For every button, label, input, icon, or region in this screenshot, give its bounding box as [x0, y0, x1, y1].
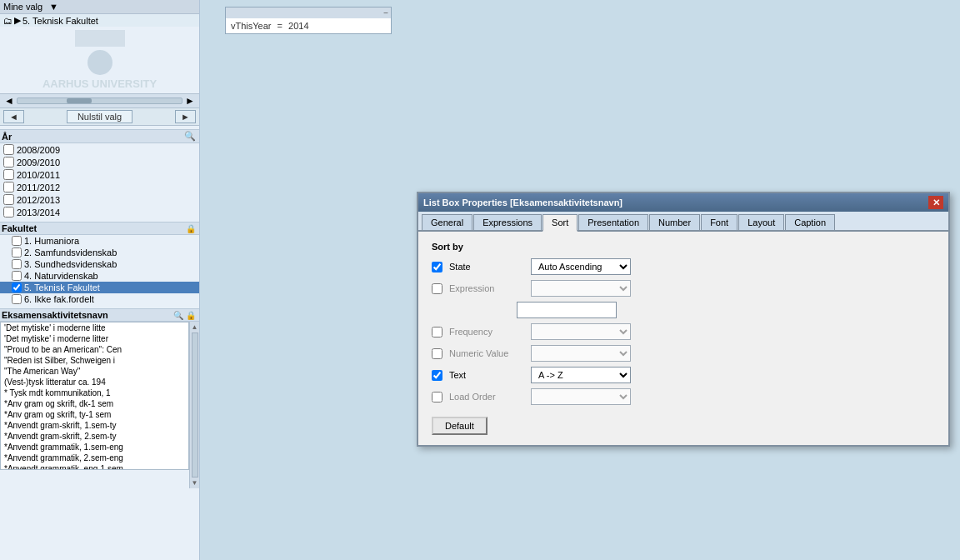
filter-value: 2014	[288, 21, 308, 31]
eksamen-item-8[interactable]: *Anv gram og skrift, ty-1 sem	[1, 409, 188, 420]
eksamen-scroll-down[interactable]: ▼	[192, 479, 198, 487]
eksamen-item-4[interactable]: "The American Way"	[1, 366, 188, 377]
scroll-right-icon[interactable]: ►	[182, 95, 198, 107]
frequency-dropdown-group	[531, 323, 631, 340]
eksamen-item-7[interactable]: *Anv gram og skrift, dk-1 sem	[1, 398, 188, 409]
default-button[interactable]: Default	[432, 417, 488, 435]
fakultet-checkbox-5[interactable]	[12, 294, 22, 304]
dialog-body: Sort by State Auto Ascending Auto Descen…	[418, 232, 948, 445]
tab-number[interactable]: Number	[649, 214, 700, 230]
dialog-titlebar: List Box Properties [Eksamensaktivitetsn…	[418, 193, 948, 212]
numeric-dropdown[interactable]	[531, 345, 631, 362]
fakultet-lock-icon[interactable]: 🔒	[186, 224, 196, 233]
filter-box: − vThisYear = 2014	[225, 7, 392, 34]
eksamen-item-2[interactable]: "Proud to be an American": Cen	[1, 344, 188, 355]
aar-search-icon[interactable]: 🔍	[184, 131, 196, 142]
eksamen-lock-icon[interactable]: 🔒	[186, 311, 196, 320]
nav-left-button[interactable]: ◄	[3, 110, 24, 123]
nav-right-button[interactable]: ►	[175, 110, 196, 123]
fakultet-checkbox-2[interactable]	[12, 259, 22, 269]
scroll-left-icon[interactable]: ◄	[2, 95, 17, 107]
eksamen-item-12[interactable]: *Anvendt grammatik, 2.sem-eng	[1, 452, 188, 463]
eksamen-item-10[interactable]: *Anvendt gram-skrift, 2.sem-ty	[1, 431, 188, 442]
eksamen-item-3[interactable]: "Reden ist Silber, Schweigen i	[1, 355, 188, 366]
load-order-dropdown[interactable]	[531, 388, 631, 405]
eksamen-scrollbar[interactable]: ▲ ▼	[189, 322, 199, 488]
eksamen-item-9[interactable]: *Anvendt gram-skrift, 1.sem-ty	[1, 420, 188, 431]
fakultet-checkbox-0[interactable]	[12, 236, 22, 246]
eksamen-scroll-up[interactable]: ▲	[192, 323, 198, 331]
state-dropdown[interactable]: Auto Ascending Auto Descending	[531, 258, 631, 275]
aar-checkbox-2[interactable]	[3, 169, 14, 180]
tab-layout[interactable]: Layout	[738, 214, 784, 230]
aar-item-1[interactable]: 2009/2010	[0, 156, 199, 168]
aar-checkbox-0[interactable]	[3, 144, 14, 155]
state-checkbox[interactable]	[432, 262, 442, 272]
eksamen-section-header: Eksamensaktivitetsnavn 🔍 🔒	[0, 308, 199, 322]
expression-text-row	[517, 302, 935, 318]
text-dropdown[interactable]: A -> Z Z -> A	[531, 367, 631, 383]
aar-checkbox-1[interactable]	[3, 157, 14, 168]
main-area: − vThisYear = 2014 List Box Properties […	[200, 0, 960, 560]
tab-caption[interactable]: Caption	[785, 214, 835, 230]
fakultet-checkbox-4[interactable]	[12, 282, 22, 292]
aar-item-5[interactable]: 2013/2014	[0, 206, 199, 218]
aar-item-0[interactable]: 2008/2009	[0, 143, 199, 156]
dialog-title: List Box Properties [Eksamensaktivitetsn…	[423, 198, 622, 208]
eksamen-item-0[interactable]: 'Det mytiske' i moderne litte	[1, 322, 188, 333]
fakultet-item-5[interactable]: 6. Ikke fak.fordelt	[0, 293, 199, 305]
scrollbar-thumb[interactable]	[67, 98, 92, 103]
filter-variable: vThisYear	[231, 21, 272, 31]
filter-content: vThisYear = 2014	[226, 18, 391, 33]
tab-presentation[interactable]: Presentation	[578, 214, 648, 230]
eksamen-section: 'Det mytiske' i moderne litte 'Det mytis…	[0, 322, 199, 488]
numeric-dropdown-group	[531, 345, 631, 362]
fakultet-item-0[interactable]: 1. Humaniora	[0, 235, 199, 247]
aar-checkbox-3[interactable]	[3, 182, 14, 192]
expression-text-input[interactable]	[517, 302, 617, 318]
numeric-checkbox[interactable]	[432, 348, 442, 359]
frequency-checkbox[interactable]	[432, 327, 442, 338]
dialog: List Box Properties [Eksamensaktivitetsn…	[417, 192, 950, 447]
scrollbar-area[interactable]: ◄ ►	[0, 93, 199, 108]
scrollbar-track[interactable]	[17, 98, 182, 104]
fakultet-row: 🗂 ▶ 5. Teknisk Fakultet	[0, 14, 199, 27]
aar-checkbox-5[interactable]	[3, 207, 14, 218]
sort-row-load-order: Load Order	[432, 388, 935, 405]
aar-item-4[interactable]: 2012/2013	[0, 193, 199, 206]
load-order-label: Load Order	[449, 392, 524, 402]
aar-item-3[interactable]: 2011/2012	[0, 181, 199, 193]
aar-checkbox-4[interactable]	[3, 194, 14, 205]
text-checkbox[interactable]	[432, 370, 442, 381]
eksamen-search-icon[interactable]: 🔍	[173, 311, 183, 320]
sort-row-state: State Auto Ascending Auto Descending	[432, 258, 935, 275]
filter-operator: =	[274, 21, 286, 31]
eksamen-list[interactable]: 'Det mytiske' i moderne litte 'Det mytis…	[0, 322, 189, 470]
expression-dropdown-group	[531, 280, 631, 297]
aar-item-2[interactable]: 2010/2011	[0, 168, 199, 181]
fakultet-checkbox-1[interactable]	[12, 248, 22, 258]
filter-close-icon[interactable]: −	[383, 8, 388, 18]
nulstil-valg-button[interactable]: Nulstil valg	[67, 110, 132, 123]
fakultet-label: Fakultet	[2, 223, 37, 233]
eksamen-item-1[interactable]: 'Det mytiske' i moderne litter	[1, 333, 188, 344]
tab-general[interactable]: General	[422, 214, 472, 230]
frequency-dropdown[interactable]	[531, 323, 631, 340]
expression-checkbox[interactable]	[432, 283, 442, 294]
fakultet-checkbox-3[interactable]	[12, 271, 22, 281]
fakultet-item-3[interactable]: 4. Naturvidenskab	[0, 270, 199, 282]
eksamen-item-11[interactable]: *Anvendt grammatik, 1.sem-eng	[1, 442, 188, 452]
eksamen-item-13[interactable]: *Anvendt grammatik, eng-1 sem	[1, 463, 188, 470]
load-order-checkbox[interactable]	[432, 392, 442, 402]
fakultet-item-4[interactable]: 5. Teknisk Fakultet	[0, 282, 199, 293]
eksamen-item-5[interactable]: (Vest-)tysk litteratur ca. 194	[1, 377, 188, 388]
numeric-label: Numeric Value	[449, 348, 524, 358]
tab-font[interactable]: Font	[701, 214, 738, 230]
dialog-close-button[interactable]: ✕	[928, 196, 943, 209]
tab-sort[interactable]: Sort	[542, 214, 578, 232]
fakultet-item-2[interactable]: 3. Sundhedsvidenskab	[0, 258, 199, 270]
eksamen-item-6[interactable]: * Tysk mdt kommunikation, 1	[1, 388, 188, 398]
tab-expressions[interactable]: Expressions	[473, 214, 542, 230]
fakultet-item-1[interactable]: 2. Samfundsvidenskab	[0, 247, 199, 258]
expression-dropdown[interactable]	[531, 280, 631, 297]
